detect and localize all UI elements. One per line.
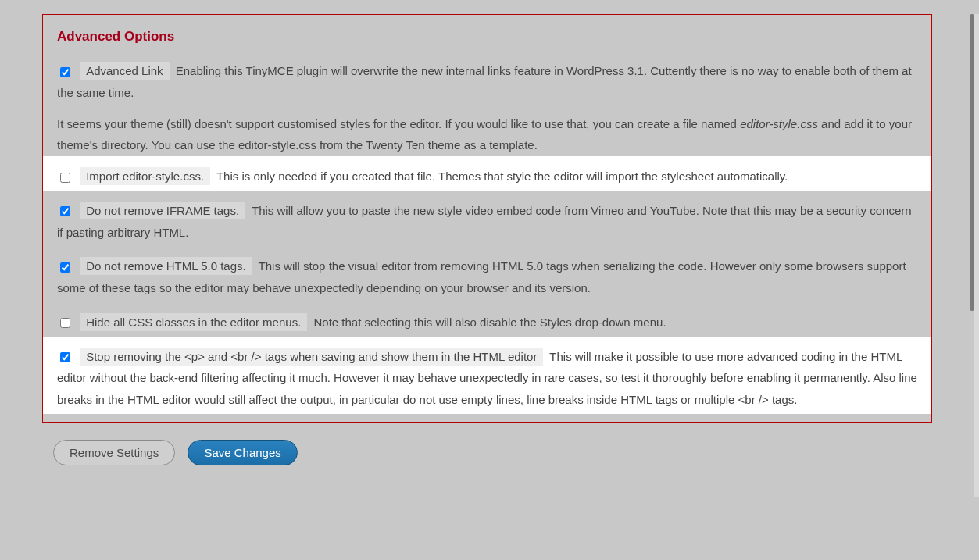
checkbox-html5[interactable] [60, 262, 70, 273]
advanced-options-panel: Advanced Options Advanced Link Enabling … [42, 14, 932, 423]
checkbox-iframe[interactable] [60, 206, 70, 216]
option-desc: Enabling this TinyMCE plugin will overwr… [57, 64, 912, 99]
option-iframe: Do not remove IFRAME tags. This will all… [43, 191, 931, 247]
button-row: Remove Settings Save Changes [53, 440, 963, 465]
option-hide-css: Hide all CSS classes in the editor menus… [43, 302, 931, 337]
save-changes-button[interactable]: Save Changes [188, 440, 297, 465]
checkbox-hide-css[interactable] [60, 318, 70, 328]
option-import-editor-style: Import editor-style.css. This is only ne… [43, 156, 931, 191]
option-desc: Note that selecting this will also disab… [313, 316, 666, 329]
checkbox-advanced-link[interactable] [60, 67, 70, 77]
option-html5: Do not remove HTML 5.0 tags. This will s… [43, 246, 931, 302]
info-filename: editor-style.css [740, 117, 818, 130]
panel-title: Advanced Options [43, 29, 931, 51]
option-label: Stop removing the <p> and <br /> tags wh… [80, 348, 543, 366]
vertical-scrollbar[interactable] [970, 14, 974, 311]
option-label: Hide all CSS classes in the editor menus… [80, 313, 307, 331]
checkbox-import-editor-style[interactable] [60, 173, 70, 183]
editor-style-info: It seems your theme (still) doesn't supp… [43, 107, 931, 157]
option-label: Do not remove IFRAME tags. [80, 202, 245, 219]
option-label: Advanced Link [80, 62, 169, 80]
option-desc: This is only needed if you created that … [216, 169, 788, 183]
option-advanced-link: Advanced Link Enabling this TinyMCE plug… [43, 51, 931, 107]
info-text-prefix: It seems your theme (still) doesn't supp… [57, 117, 740, 130]
checkbox-stop-removing-p[interactable] [60, 352, 70, 362]
remove-settings-button[interactable]: Remove Settings [53, 440, 175, 465]
option-label: Import editor-style.css. [80, 167, 210, 185]
option-label: Do not remove HTML 5.0 tags. [80, 257, 252, 275]
option-stop-removing-p: Stop removing the <p> and <br /> tags wh… [43, 337, 931, 414]
